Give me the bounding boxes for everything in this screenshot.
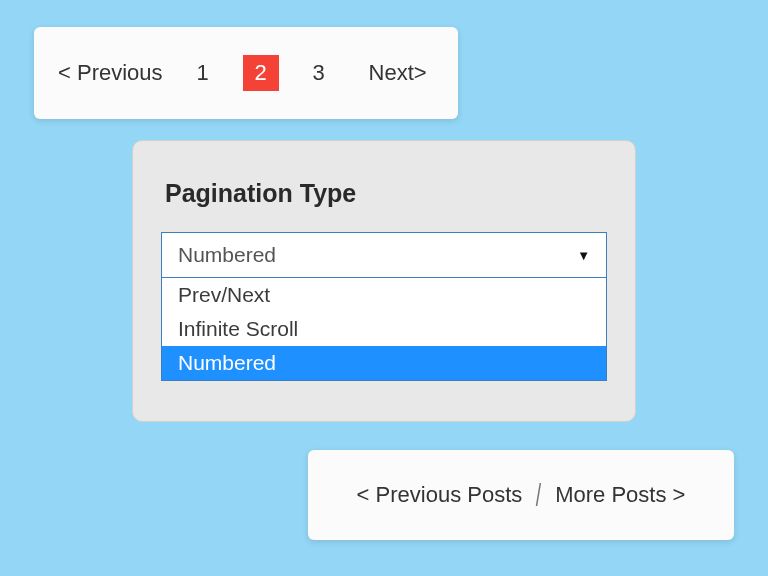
- select-value: Numbered: [178, 243, 276, 267]
- chevron-down-icon: ▼: [577, 248, 590, 263]
- more-posts-button[interactable]: More Posts >: [555, 482, 685, 508]
- option-prev-next[interactable]: Prev/Next: [162, 278, 606, 312]
- page-3-button[interactable]: 3: [301, 55, 337, 91]
- pagination-type-panel: Pagination Type Numbered ▼ Prev/Next Inf…: [132, 140, 636, 422]
- page-1-button[interactable]: 1: [185, 55, 221, 91]
- prevnext-pagination: < Previous Posts / More Posts >: [308, 450, 734, 540]
- pagination-type-options: Prev/Next Infinite Scroll Numbered: [161, 278, 607, 381]
- option-infinite-scroll[interactable]: Infinite Scroll: [162, 312, 606, 346]
- divider-icon: /: [536, 477, 541, 514]
- pagination-type-select[interactable]: Numbered ▼: [161, 232, 607, 278]
- next-button[interactable]: Next>: [369, 60, 427, 86]
- page-2-button[interactable]: 2: [243, 55, 279, 91]
- previous-button[interactable]: < Previous: [58, 60, 163, 86]
- option-numbered[interactable]: Numbered: [162, 346, 606, 380]
- pagination-type-title: Pagination Type: [165, 179, 607, 208]
- numbered-pagination: < Previous 1 2 3 Next>: [34, 27, 458, 119]
- previous-posts-button[interactable]: < Previous Posts: [357, 482, 523, 508]
